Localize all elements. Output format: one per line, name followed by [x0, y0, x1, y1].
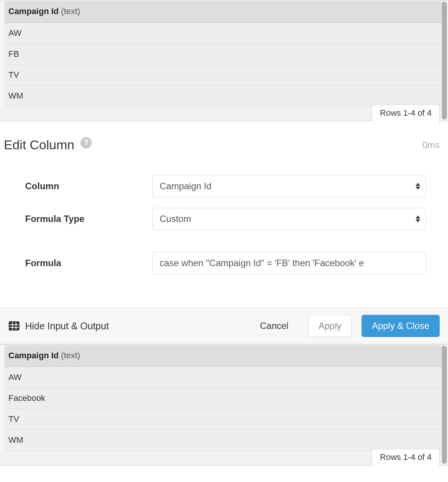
svg-rect-2: [10, 327, 19, 328]
timing-label: 0ms: [422, 140, 444, 150]
scrollbar[interactable]: [442, 2, 447, 120]
column-type: (text): [61, 6, 80, 16]
apply-button[interactable]: Apply: [308, 315, 352, 337]
panel-title: Edit Column: [4, 137, 74, 152]
output-table: Campaign Id (text) AW Facebook TV WM: [5, 345, 444, 451]
formula-input[interactable]: [152, 252, 426, 274]
input-table: Campaign Id (text) AW FB TV WM: [5, 1, 444, 107]
formula-label: Formula: [25, 258, 152, 268]
table-row[interactable]: Facebook: [5, 388, 444, 409]
output-table-panel: Campaign Id (text) AW Facebook TV WM Row…: [0, 344, 448, 466]
table-row[interactable]: TV: [5, 65, 444, 86]
apply-close-button[interactable]: Apply & Close: [362, 315, 440, 337]
chevron-sort-icon: [416, 183, 420, 190]
table-row[interactable]: WM: [5, 86, 444, 107]
table-row[interactable]: TV: [5, 409, 444, 430]
table-row[interactable]: AW: [5, 367, 444, 388]
column-select[interactable]: Campaign Id: [152, 175, 426, 197]
svg-rect-1: [10, 324, 19, 325]
table-row[interactable]: WM: [5, 430, 444, 451]
column-name: Campaign Id: [8, 351, 59, 360]
input-table-panel: Campaign Id (text) AW FB TV WM Rows 1-4 …: [0, 0, 448, 121]
help-icon[interactable]: ?: [80, 137, 92, 148]
toggle-io-button[interactable]: Hide Input & Output: [8, 321, 109, 332]
svg-rect-3: [12, 322, 13, 330]
formula-type-label: Formula Type: [25, 214, 152, 224]
chevron-sort-icon: [416, 215, 420, 222]
edit-column-panel: Edit Column ? 0ms Column Campaign Id For…: [0, 121, 448, 308]
column-label: Column: [25, 181, 152, 192]
svg-rect-4: [16, 322, 16, 330]
formula-type-value: Custom: [160, 214, 191, 224]
column-select-value: Campaign Id: [160, 181, 211, 192]
table-icon: [8, 321, 20, 331]
input-column-header[interactable]: Campaign Id (text): [5, 1, 444, 23]
cancel-button[interactable]: Cancel: [250, 315, 298, 337]
footer-bar: Hide Input & Output Cancel Apply Apply &…: [0, 308, 448, 344]
formula-type-select[interactable]: Custom: [152, 208, 426, 230]
column-type: (text): [61, 351, 80, 360]
rows-status-badge: Rows 1-4 of 4: [372, 105, 440, 122]
column-name: Campaign Id: [8, 6, 59, 16]
table-row[interactable]: FB: [5, 44, 444, 65]
toggle-io-label: Hide Input & Output: [25, 321, 109, 332]
scrollbar[interactable]: [442, 346, 447, 464]
output-column-header[interactable]: Campaign Id (text): [5, 345, 444, 367]
svg-rect-0: [9, 321, 19, 330]
table-row[interactable]: AW: [5, 23, 444, 44]
rows-status-badge: Rows 1-4 of 4: [372, 449, 440, 466]
